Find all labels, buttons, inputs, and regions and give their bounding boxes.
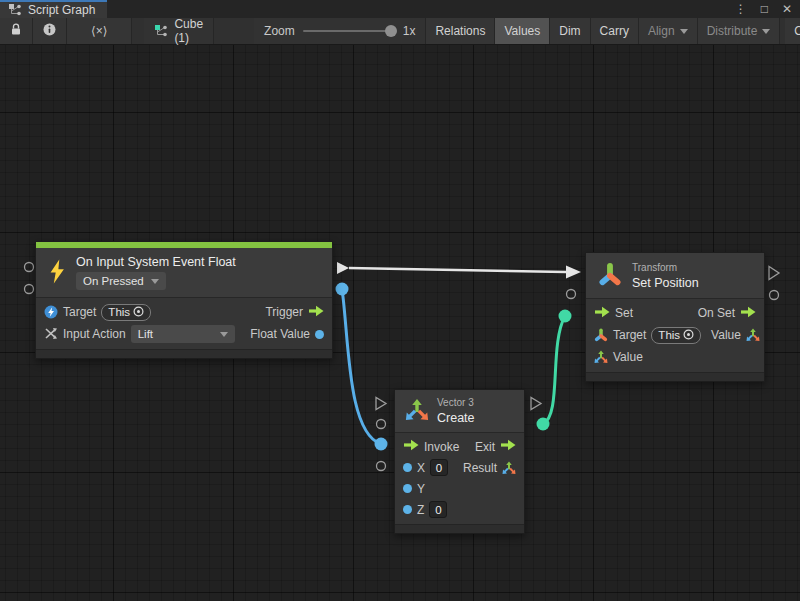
port-transform-target-in[interactable] <box>567 290 576 299</box>
transform-row-value: Value <box>586 346 764 368</box>
wire-floatvalue-to-y[interactable] <box>342 289 381 444</box>
transform-target-value: This <box>658 329 680 341</box>
zoom-control: Zoom 1x <box>254 18 426 44</box>
flow-arrow-icon[interactable] <box>500 439 516 454</box>
graph-canvas[interactable]: On Input System Event Float On Pressed T… <box>0 45 800 601</box>
distribute-label: Distribute <box>707 24 758 38</box>
align-label: Align <box>648 24 675 38</box>
vector3-icon[interactable] <box>594 350 608 364</box>
vector3-icon[interactable] <box>746 328 760 342</box>
port-x-in[interactable] <box>377 420 386 429</box>
port-z-in[interactable] <box>377 462 386 471</box>
overview-button[interactable]: Overview <box>785 18 800 44</box>
port-onset-out[interactable] <box>769 267 779 280</box>
event-mode-dropdown[interactable]: On Pressed <box>76 272 166 290</box>
chevron-down-icon <box>151 279 159 284</box>
zoom-value: 1x <box>403 24 416 38</box>
flow-arrow-icon[interactable] <box>740 306 756 321</box>
node-vector3-create[interactable]: Vector 3 Create Invoke Exit X 0 Result <box>394 389 525 534</box>
overview-label: Overview <box>794 24 800 38</box>
input-action-value: Lift <box>138 328 153 340</box>
trigger-label: Trigger <box>265 305 303 319</box>
zoom-slider-handle[interactable] <box>385 25 397 37</box>
port-result-out[interactable] <box>537 418 550 431</box>
target-symbol-icon <box>683 329 694 342</box>
chevron-down-icon <box>220 332 228 337</box>
code-preview-button[interactable]: ⟨×⟩ <box>67 18 132 44</box>
vector3-row-invoke: Invoke Exit <box>395 436 524 457</box>
port-transform-value-out[interactable] <box>770 291 779 300</box>
wire-trigger-to-set[interactable] <box>349 268 566 272</box>
carry-label: Carry <box>600 24 629 38</box>
lightning-bolt-icon <box>46 258 68 288</box>
float-port-icon[interactable] <box>403 484 412 493</box>
graph-breadcrumb[interactable]: Cube (1) <box>144 18 214 44</box>
carry-button[interactable]: Carry <box>591 18 639 44</box>
port-event-target-in[interactable] <box>25 263 34 272</box>
transform-icon <box>596 260 624 291</box>
transform-value-in-label: Value <box>613 350 643 364</box>
flow-arrow-icon[interactable] <box>594 306 610 321</box>
port-value-in[interactable] <box>559 310 572 323</box>
vector3-icon <box>405 398 429 425</box>
lock-button[interactable] <box>0 18 33 44</box>
event-row-input-action: Input Action Lift Float Value <box>36 323 332 345</box>
values-label: Values <box>504 24 540 38</box>
float-port-icon[interactable] <box>403 463 412 472</box>
x-label: X <box>417 461 425 475</box>
flow-arrow-icon[interactable] <box>403 439 419 454</box>
window-menu-icon[interactable]: ⋮ <box>735 0 747 18</box>
flow-arrow-icon[interactable] <box>308 305 324 320</box>
chevron-down-icon <box>680 29 688 34</box>
transform-target-label: Target <box>613 328 646 342</box>
event-mode-label: On Pressed <box>83 275 144 287</box>
info-button[interactable] <box>33 18 67 44</box>
vector3-node-footer <box>395 524 524 533</box>
distribute-button[interactable]: Distribute <box>698 18 781 44</box>
port-event-inputaction-in[interactable] <box>25 285 34 294</box>
event-target-chip[interactable]: This <box>101 304 151 321</box>
x-value-field[interactable]: 0 <box>430 459 448 476</box>
relations-label: Relations <box>435 24 485 38</box>
breadcrumb-label: Cube (1) <box>174 17 203 45</box>
input-action-label: Input Action <box>63 327 126 341</box>
transform-row-target: Target This Value <box>586 324 764 346</box>
float-value-label: Float Value <box>250 327 310 341</box>
close-icon[interactable]: ✕ <box>782 0 792 18</box>
lock-icon <box>10 23 22 39</box>
float-port-icon[interactable] <box>315 330 324 339</box>
relations-button[interactable]: Relations <box>426 18 495 44</box>
wire-result-to-value[interactable] <box>543 316 565 424</box>
transform-value-out-label: Value <box>711 328 741 342</box>
port-invoke-in[interactable] <box>376 398 386 410</box>
vector3-row-z: Z 0 <box>395 499 524 520</box>
y-label: Y <box>417 482 425 496</box>
maximize-icon[interactable]: □ <box>761 0 768 18</box>
input-action-icon <box>44 327 58 341</box>
vector3-category: Vector 3 <box>437 397 475 408</box>
node-transform-set-position[interactable]: Transform Set Position Set On Set Target… <box>585 252 765 382</box>
vector3-icon[interactable] <box>502 461 516 475</box>
port-exit-out[interactable] <box>531 398 541 410</box>
float-port-icon[interactable] <box>403 505 412 514</box>
zoom-label: Zoom <box>264 24 295 38</box>
node-on-input-system-event-float[interactable]: On Input System Event Float On Pressed T… <box>35 241 333 359</box>
align-button[interactable]: Align <box>639 18 698 44</box>
dim-button[interactable]: Dim <box>550 18 590 44</box>
exit-label: Exit <box>475 440 495 454</box>
zoom-slider[interactable] <box>303 30 395 32</box>
input-action-dropdown[interactable]: Lift <box>131 325 235 343</box>
target-label: Target <box>63 305 96 319</box>
port-floatvalue-out[interactable] <box>336 283 349 296</box>
chevron-down-icon <box>762 29 770 34</box>
on-set-label: On Set <box>698 306 735 320</box>
values-button[interactable]: Values <box>495 18 550 44</box>
port-set-in[interactable] <box>566 266 581 279</box>
info-icon <box>43 23 56 39</box>
transform-target-chip[interactable]: This <box>651 327 701 344</box>
port-trigger-out[interactable] <box>337 262 349 274</box>
port-y-in[interactable] <box>375 438 388 451</box>
tab-script-graph[interactable]: Script Graph <box>0 0 107 18</box>
z-value-field[interactable]: 0 <box>429 501 447 518</box>
set-label: Set <box>615 306 633 320</box>
